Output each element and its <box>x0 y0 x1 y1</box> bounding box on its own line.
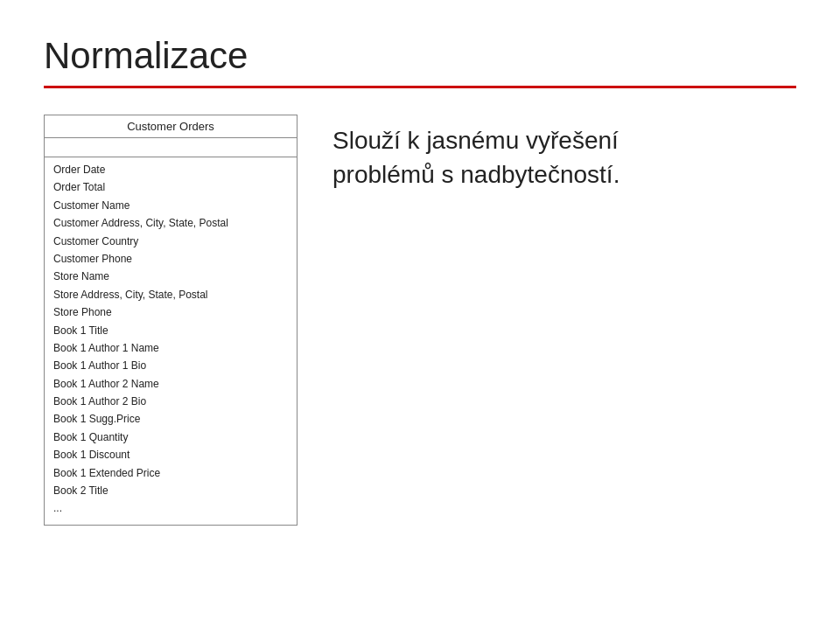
table-field: Store Address, City, State, Postal <box>53 286 288 303</box>
table-field: Book 1 Author 1 Name <box>53 339 288 357</box>
slide: Normalizace Customer Orders Order DateOr… <box>0 0 840 627</box>
description-line1: Slouží k jasnému vyřešení <box>332 127 619 154</box>
description-text: Slouží k jasnému vyřešení problémů s nad… <box>332 115 620 192</box>
table-field: ... <box>53 499 288 517</box>
table-field: Customer Address, City, State, Postal <box>53 214 288 232</box>
table-field: Customer Country <box>53 233 288 250</box>
table-field: Book 2 Title <box>53 482 288 499</box>
table-field: Order Date <box>53 161 288 178</box>
table-field: Store Phone <box>53 303 288 321</box>
table-field: Order Total <box>53 178 288 196</box>
table-field: Book 1 Author 2 Bio <box>53 393 288 410</box>
content-area: Customer Orders Order DateOrder TotalCus… <box>44 115 796 526</box>
table-field: Book 1 Extended Price <box>53 464 288 482</box>
table-field: Book 1 Discount <box>53 446 288 463</box>
table-fields: Order DateOrder TotalCustomer NameCustom… <box>45 157 297 525</box>
table-field: Book 1 Sugg.Price <box>53 410 288 428</box>
table-field: Store Name <box>53 268 288 285</box>
table-header: Customer Orders <box>45 115 297 138</box>
table-field: Book 1 Author 2 Name <box>53 375 288 393</box>
table-container: Customer Orders Order DateOrder TotalCus… <box>44 115 298 526</box>
table-field: Book 1 Author 1 Bio <box>53 357 288 374</box>
table-field: Book 1 Quantity <box>53 428 288 446</box>
description-line2: problémů s nadbytečností. <box>332 161 620 188</box>
table-field: Customer Name <box>53 197 288 214</box>
page-title: Normalizace <box>44 35 796 77</box>
table-pk-row <box>45 138 297 157</box>
divider <box>44 86 796 88</box>
table-field: Customer Phone <box>53 250 288 268</box>
table-field: Book 1 Title <box>53 322 288 339</box>
